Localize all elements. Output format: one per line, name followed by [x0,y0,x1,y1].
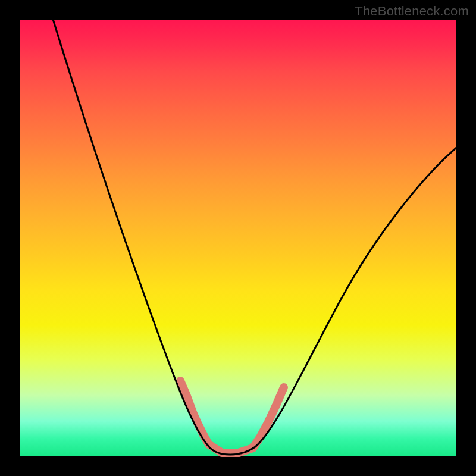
chart-frame: TheBottleneck.com [0,0,476,476]
plot-area [20,20,456,456]
accent-segment-right [253,387,284,448]
curve-path [49,8,460,455]
watermark-text: TheBottleneck.com [355,4,469,19]
bottleneck-curve [20,20,456,456]
accent-segment-left [180,381,209,444]
